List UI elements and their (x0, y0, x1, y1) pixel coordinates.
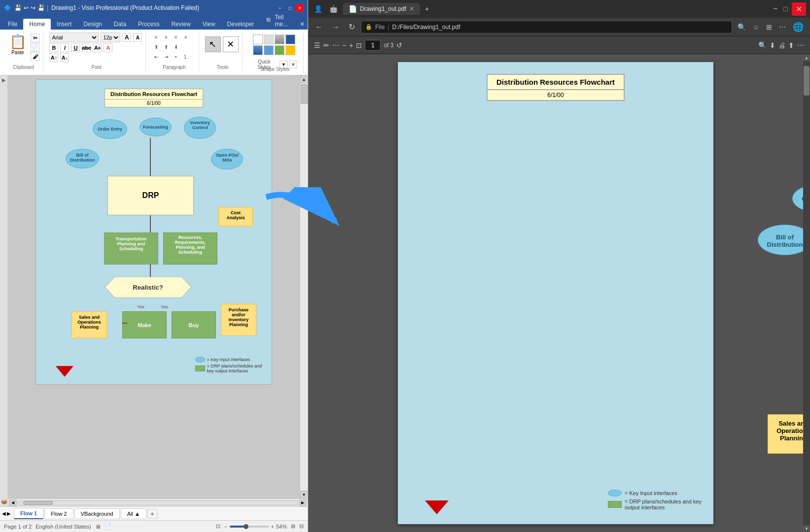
tab-design[interactable]: Design (77, 19, 107, 30)
view-mode-icon2[interactable]: 📄 (105, 523, 111, 530)
format-painter-button[interactable]: 🖌 (31, 52, 39, 61)
style-item-2[interactable] (264, 34, 274, 44)
pdf-tab[interactable]: 📄 Drawing1_out.pdf ✕ (343, 3, 420, 15)
browser-forward-button[interactable]: → (329, 21, 343, 33)
pdf-close-button[interactable]: ✕ (792, 2, 806, 16)
quick-access-redo[interactable]: ↪ (31, 4, 35, 11)
text-color-button[interactable]: A (104, 43, 112, 52)
pdf-scroll-area[interactable]: Distribution Resources Flowchart 6/1/00 … (308, 54, 803, 532)
scroll-up-button[interactable]: ▲ (300, 75, 308, 83)
pdf-search-button[interactable]: 🔍 (758, 41, 767, 49)
style-item-4[interactable] (285, 34, 295, 44)
font-size-up-button[interactable]: A↑ (49, 53, 58, 62)
horizontal-scrollbar[interactable]: ◀ ▶ (8, 499, 308, 506)
font-size-down-button[interactable]: A↓ (60, 53, 69, 62)
align-justify-button[interactable]: ≡ (181, 33, 190, 41)
align-top-button[interactable]: ⬆ (152, 42, 161, 51)
tab-file[interactable]: File (2, 19, 23, 30)
pdf-zoom-out-button[interactable]: − (342, 41, 346, 49)
scroll-down-button[interactable]: ▼ (300, 491, 308, 499)
font-size-select[interactable]: 12pt. (101, 33, 120, 42)
style-item-1[interactable] (253, 34, 263, 44)
shapes-panel-button[interactable]: 📦 (1, 499, 6, 504)
pdf-rotate-button[interactable]: ↺ (396, 41, 402, 49)
pdf-draw-button[interactable]: ✏ (323, 41, 329, 49)
style-item-7[interactable] (275, 45, 284, 55)
scroll-thumb[interactable] (301, 84, 308, 104)
style-item-8[interactable] (285, 45, 295, 55)
tab-tell-me[interactable]: 🔍 Tell me... (260, 12, 294, 30)
connector-tool-button[interactable]: ✕ (223, 36, 239, 52)
new-tab-button[interactable]: + (423, 3, 431, 15)
pdf-scroll-down-button[interactable]: ▼ (803, 525, 810, 532)
pdf-scroll-up-button[interactable]: ▲ (803, 54, 810, 61)
view-mode-normal[interactable]: 🖥 (95, 524, 101, 530)
tab-vbackground[interactable]: VBackground (74, 508, 120, 519)
fit-page-button[interactable]: ⊡ (216, 523, 220, 530)
pdf-more-tools-button[interactable]: ⋯ (332, 41, 339, 49)
align-center-button[interactable]: ≡ (162, 33, 171, 41)
underline-button[interactable]: U (71, 43, 80, 52)
copy-button[interactable]: 📄 (31, 43, 39, 52)
split-screen-button[interactable]: ⊞ (764, 22, 775, 33)
pdf-share-button[interactable]: ⬆ (788, 41, 794, 49)
browser-back-button[interactable]: ← (312, 21, 326, 33)
quick-access-undo[interactable]: ↩ (24, 4, 29, 11)
pdf-scroll-track[interactable] (803, 61, 810, 525)
number-list-button[interactable]: 1. (181, 52, 190, 61)
style-item-6[interactable] (264, 45, 274, 55)
strikethrough-button[interactable]: abc (82, 43, 91, 52)
tab-developer[interactable]: Developer (221, 19, 260, 30)
pdf-zoom-in-button[interactable]: + (349, 41, 353, 49)
zoom-tool-button[interactable]: 🔍 (735, 22, 748, 33)
tab-view[interactable]: View (197, 19, 221, 30)
browser-more-button[interactable]: ⋯ (776, 22, 788, 33)
align-left-button[interactable]: ≡ (152, 33, 161, 41)
fit-all-button[interactable]: ⊟ (299, 523, 304, 530)
h-scroll-thumb[interactable] (23, 501, 53, 505)
zoom-out-button[interactable]: − (224, 524, 227, 530)
tab-flow1[interactable]: Flow 1 (14, 508, 43, 519)
pdf-download-button[interactable]: ⬇ (770, 41, 775, 49)
tab-data[interactable]: Data (108, 19, 132, 30)
pdf-scrollbar[interactable]: ▲ ▼ (803, 54, 810, 532)
close-button[interactable]: × (296, 4, 304, 12)
sheet-nav-next[interactable]: ▶ (7, 511, 11, 516)
pdf-fit-button[interactable]: ⊡ (356, 41, 362, 49)
address-bar[interactable]: 🔒 File | D:/Files/Drawing1_out.pdf (361, 21, 732, 33)
h-scroll-track[interactable] (18, 500, 298, 505)
quick-access-save[interactable]: 💾 (37, 4, 45, 11)
pdf-copilot-icon[interactable]: 🤖 (327, 3, 340, 15)
bullet-list-button[interactable]: • (172, 52, 180, 61)
increase-indent-button[interactable]: ⇥ (162, 52, 171, 61)
italic-button[interactable]: I (60, 43, 69, 52)
align-middle-button[interactable]: ⬆ (162, 42, 171, 51)
pdf-print-button[interactable]: 🖨 (778, 41, 785, 49)
pdf-tab-close-button[interactable]: ✕ (409, 5, 414, 12)
bold-button[interactable]: B (49, 43, 58, 52)
pdf-more-options-button[interactable]: ⋯ (797, 41, 804, 49)
tab-flow2[interactable]: Flow 2 (44, 508, 73, 519)
collapse-panel-button[interactable]: ▶ (2, 77, 6, 83)
tab-home[interactable]: Home (23, 19, 51, 30)
sheet-nav-prev[interactable]: ◀ (2, 511, 6, 516)
pdf-minimize-button[interactable]: − (771, 2, 779, 15)
pdf-maximize-button[interactable]: □ (782, 3, 790, 15)
vertical-scrollbar[interactable]: ▲ ▼ (300, 75, 308, 499)
pdf-thumbnails-button[interactable]: ☰ (314, 41, 320, 49)
favorites-button[interactable]: ☆ (750, 22, 762, 33)
font-family-select[interactable]: Arial (49, 33, 99, 42)
maximize-button[interactable]: □ (286, 4, 294, 12)
tab-insert[interactable]: Insert (51, 19, 77, 30)
h-scroll-left-button[interactable]: ◀ (9, 499, 17, 506)
minimize-button[interactable]: − (276, 4, 284, 12)
style-item-3[interactable] (275, 34, 284, 44)
style-item-5[interactable] (253, 45, 263, 55)
zoom-in-button[interactable]: + (271, 524, 274, 530)
paste-button[interactable]: 📋 Paste (6, 33, 30, 56)
shrink-font-button[interactable]: A (133, 33, 142, 42)
visio-canvas[interactable]: Distribution Resources Flowchart 6/1/00 … (8, 75, 300, 499)
pdf-scroll-thumb[interactable] (804, 66, 810, 96)
h-scroll-right-button[interactable]: ▶ (299, 499, 307, 506)
grow-font-button[interactable]: A (122, 33, 131, 42)
